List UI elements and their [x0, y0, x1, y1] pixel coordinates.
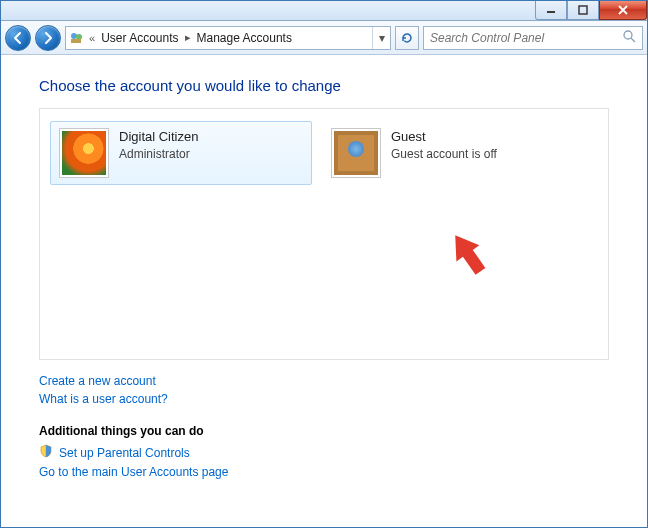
- avatar: [331, 128, 381, 178]
- suitcase-icon: [334, 131, 378, 175]
- control-panel-window: « User Accounts ▸ Manage Accounts ▾ Choo…: [0, 0, 648, 528]
- close-button[interactable]: [599, 1, 647, 20]
- account-tile-digital-citizen[interactable]: Digital Citizen Administrator: [50, 121, 312, 185]
- shield-icon: [39, 444, 53, 461]
- account-tile-guest[interactable]: Guest Guest account is off: [322, 121, 584, 185]
- navigation-bar: « User Accounts ▸ Manage Accounts ▾: [1, 21, 647, 55]
- breadcrumb-seg-1[interactable]: User Accounts: [98, 31, 181, 45]
- minimize-button[interactable]: [535, 1, 567, 20]
- search-input[interactable]: [430, 31, 622, 45]
- chevron-right-icon: ▸: [182, 31, 194, 44]
- link-main-accounts-page[interactable]: Go to the main User Accounts page: [39, 465, 609, 479]
- flower-icon: [62, 131, 106, 175]
- svg-line-6: [631, 38, 635, 42]
- account-role: Guest account is off: [391, 146, 497, 162]
- svg-point-5: [624, 31, 632, 39]
- account-text: Guest Guest account is off: [391, 128, 497, 162]
- refresh-button[interactable]: [395, 26, 419, 50]
- page-title: Choose the account you would like to cha…: [39, 77, 609, 94]
- accounts-panel: Digital Citizen Administrator Guest Gues…: [39, 108, 609, 360]
- content-area: Choose the account you would like to cha…: [1, 55, 647, 527]
- link-parental-controls[interactable]: Set up Parental Controls: [39, 444, 609, 461]
- avatar: [59, 128, 109, 178]
- section-title: Additional things you can do: [39, 424, 609, 438]
- account-name: Guest: [391, 128, 497, 146]
- account-text: Digital Citizen Administrator: [119, 128, 198, 162]
- search-box[interactable]: [423, 26, 643, 50]
- account-role: Administrator: [119, 146, 198, 162]
- chevron-left-icon: «: [86, 32, 98, 44]
- back-button[interactable]: [5, 25, 31, 51]
- breadcrumb-seg-2[interactable]: Manage Accounts: [194, 31, 295, 45]
- maximize-button[interactable]: [567, 1, 599, 20]
- link-what-is-account[interactable]: What is a user account?: [39, 392, 609, 406]
- address-dropdown[interactable]: ▾: [372, 27, 390, 49]
- accounts-icon: [66, 31, 86, 45]
- link-create-account[interactable]: Create a new account: [39, 374, 609, 388]
- svg-rect-4: [71, 39, 81, 43]
- svg-point-2: [71, 33, 77, 39]
- address-bar[interactable]: « User Accounts ▸ Manage Accounts ▾: [65, 26, 391, 50]
- titlebar: [1, 1, 647, 21]
- svg-rect-1: [579, 6, 587, 14]
- account-name: Digital Citizen: [119, 128, 198, 146]
- svg-rect-0: [547, 11, 555, 13]
- search-icon: [622, 29, 636, 47]
- links-block: Create a new account What is a user acco…: [39, 374, 609, 479]
- forward-button[interactable]: [35, 25, 61, 51]
